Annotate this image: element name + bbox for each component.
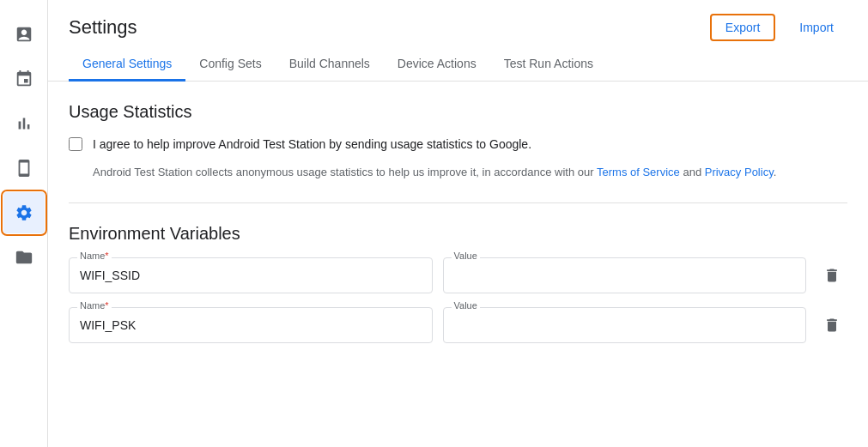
header: Settings Export Import bbox=[48, 0, 868, 48]
import-button[interactable]: Import bbox=[786, 15, 847, 39]
tab-config-sets[interactable]: Config Sets bbox=[185, 48, 275, 82]
env-name-field-1: Name* bbox=[69, 257, 433, 293]
tab-device-actions[interactable]: Device Actions bbox=[384, 48, 490, 82]
env-delete-button-1[interactable] bbox=[816, 260, 847, 291]
usage-statistics-info: Android Test Station collects anonymous … bbox=[93, 164, 847, 182]
env-name-field-2: Name* bbox=[69, 307, 433, 343]
env-name-label-2: Name* bbox=[77, 300, 112, 311]
env-value-field-1: Value bbox=[443, 257, 807, 293]
env-row-1: Name* Value bbox=[69, 257, 847, 293]
env-value-field-2: Value bbox=[443, 307, 807, 343]
env-value-label-1: Value bbox=[452, 251, 480, 261]
env-name-input-1[interactable] bbox=[69, 257, 433, 293]
sidebar-item-folder[interactable] bbox=[3, 237, 45, 278]
header-actions: Export Import bbox=[710, 14, 847, 41]
tabs-container: General Settings Config Sets Build Chann… bbox=[48, 48, 868, 82]
page-title: Settings bbox=[69, 16, 137, 39]
tab-general-settings[interactable]: General Settings bbox=[69, 48, 185, 82]
sidebar-item-settings[interactable] bbox=[3, 192, 45, 233]
env-value-label-2: Value bbox=[452, 300, 480, 311]
sidebar-item-analytics[interactable] bbox=[3, 103, 45, 144]
env-value-input-2[interactable] bbox=[443, 307, 807, 343]
calendar-icon bbox=[15, 69, 33, 88]
tab-test-run-actions[interactable]: Test Run Actions bbox=[490, 48, 607, 82]
export-button[interactable]: Export bbox=[710, 14, 775, 41]
trash-icon-1 bbox=[823, 267, 841, 284]
privacy-policy-link[interactable]: Privacy Policy bbox=[705, 166, 774, 178]
sidebar-item-calendar[interactable] bbox=[3, 58, 45, 100]
env-delete-button-2[interactable] bbox=[816, 310, 847, 341]
device-icon bbox=[15, 159, 33, 178]
info-text-prefix: Android Test Station collects anonymous … bbox=[93, 166, 597, 178]
main-content: Settings Export Import General Settings … bbox=[48, 0, 868, 447]
environment-variables-title: Environment Variables bbox=[69, 224, 847, 244]
sidebar-item-device[interactable] bbox=[3, 148, 45, 189]
analytics-icon bbox=[15, 114, 33, 133]
sidebar-item-tasks[interactable] bbox=[3, 14, 45, 55]
usage-statistics-checkbox-row: I agree to help improve Android Test Sta… bbox=[69, 136, 847, 154]
tab-build-channels[interactable]: Build Channels bbox=[276, 48, 384, 82]
settings-icon bbox=[15, 203, 33, 222]
env-name-input-2[interactable] bbox=[69, 307, 433, 343]
folder-icon bbox=[15, 248, 33, 267]
content-area: Usage Statistics I agree to help improve… bbox=[48, 82, 868, 447]
env-row-2: Name* Value bbox=[69, 307, 847, 343]
section-divider bbox=[69, 202, 847, 203]
terms-of-service-link[interactable]: Terms of Service bbox=[597, 166, 680, 178]
period-text: . bbox=[774, 166, 777, 178]
env-name-label-1: Name* bbox=[77, 251, 112, 261]
and-text: and bbox=[680, 166, 705, 178]
sidebar bbox=[0, 0, 48, 447]
environment-variables-section: Environment Variables Name* Value bbox=[69, 224, 847, 343]
usage-statistics-section: Usage Statistics I agree to help improve… bbox=[69, 102, 847, 182]
usage-statistics-checkbox[interactable] bbox=[69, 137, 82, 151]
usage-statistics-checkbox-label: I agree to help improve Android Test Sta… bbox=[93, 136, 531, 154]
env-value-input-1[interactable] bbox=[443, 257, 807, 293]
usage-statistics-title: Usage Statistics bbox=[69, 102, 847, 122]
trash-icon-2 bbox=[823, 317, 841, 334]
tasks-icon bbox=[15, 25, 33, 44]
